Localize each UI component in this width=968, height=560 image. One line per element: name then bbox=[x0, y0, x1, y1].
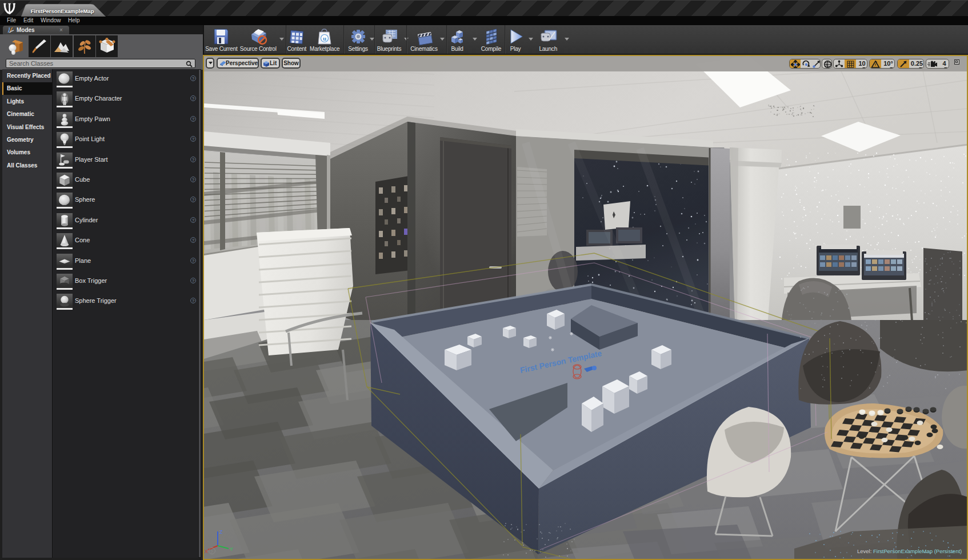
svg-text:?: ? bbox=[210, 549, 213, 554]
svg-text:FirstPersonExampleMap: FirstPersonExampleMap bbox=[31, 8, 94, 14]
svg-text:FirstPersonExampleMap (Persist: FirstPersonExampleMap (Persistent) bbox=[873, 548, 962, 554]
svg-text:X: X bbox=[205, 549, 208, 554]
svg-text:u: u bbox=[323, 35, 326, 42]
svg-text:Z: Z bbox=[219, 529, 223, 535]
svg-text:Level:: Level: bbox=[857, 548, 871, 554]
svg-text:Y: Y bbox=[230, 546, 233, 552]
